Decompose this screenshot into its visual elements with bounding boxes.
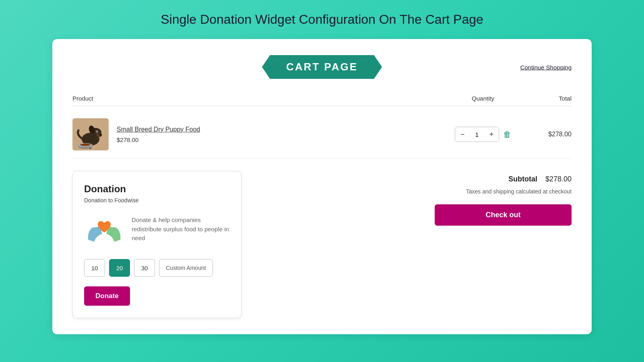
quantity-increase-button[interactable]: +	[484, 127, 499, 142]
page-title: Single Donation Widget Configuration On …	[161, 12, 483, 27]
quantity-decrease-button[interactable]: −	[455, 127, 470, 142]
column-total: Total	[523, 95, 572, 102]
svg-point-15	[87, 144, 89, 146]
subtotal-row: Subtotal $278.00	[258, 175, 572, 183]
item-total: $278.00	[523, 131, 572, 138]
custom-amount-button[interactable]: Custom Amount	[159, 259, 213, 277]
svg-point-6	[97, 131, 98, 132]
delete-item-button[interactable]: 🗑	[503, 130, 511, 139]
checkout-button[interactable]: Check out	[435, 204, 572, 226]
svg-point-13	[82, 144, 84, 146]
main-card: CART PAGE Continue Shopping Product Quan…	[52, 39, 592, 334]
checkout-section: Subtotal $278.00 Taxes and shipping calc…	[258, 171, 572, 318]
donate-button[interactable]: Donate	[84, 286, 130, 306]
donation-icon	[84, 212, 124, 249]
quantity-input[interactable]	[470, 131, 484, 138]
bottom-section: Donation Donation to Foodwise	[72, 171, 572, 318]
amount-10-button[interactable]: 10	[84, 259, 105, 277]
table-header: Product Quantity Total	[72, 91, 572, 106]
amount-30-button[interactable]: 30	[134, 259, 155, 277]
product-name[interactable]: Small Breed Dry Puppy Food	[117, 126, 200, 133]
column-product: Product	[72, 95, 443, 102]
product-price: $278.00	[117, 136, 200, 143]
donation-description: Donate & help companies redistribute sur…	[132, 212, 230, 243]
cart-item: Small Breed Dry Puppy Food $278.00 − + 🗑…	[72, 110, 572, 159]
donation-widget: Donation Donation to Foodwise	[72, 171, 242, 318]
donation-body: Donate & help companies redistribute sur…	[84, 212, 230, 249]
amount-20-button[interactable]: 20	[109, 259, 130, 277]
donation-title: Donation	[84, 183, 230, 195]
product-info: Small Breed Dry Puppy Food $278.00	[117, 126, 200, 143]
banner-wrap: CART PAGE	[262, 55, 382, 79]
product-image	[72, 118, 109, 150]
continue-shopping-button[interactable]: Continue Shopping	[520, 64, 572, 70]
cart-banner: CART PAGE	[262, 55, 382, 79]
donation-subtitle: Donation to Foodwise	[84, 197, 230, 204]
column-quantity: Quantity	[443, 95, 523, 102]
taxes-note: Taxes and shipping calculated at checkou…	[258, 188, 572, 195]
svg-point-14	[85, 144, 86, 145]
product-section: Small Breed Dry Puppy Food $278.00	[72, 118, 443, 150]
quantity-controls: − +	[455, 127, 499, 142]
cart-header-row: CART PAGE Continue Shopping	[72, 55, 572, 79]
svg-point-7	[99, 134, 102, 136]
subtotal-value: $278.00	[545, 175, 572, 183]
subtotal-label: Subtotal	[508, 175, 537, 183]
donation-amounts: 10 20 30 Custom Amount	[84, 259, 230, 277]
quantity-section: − + 🗑	[443, 127, 523, 142]
